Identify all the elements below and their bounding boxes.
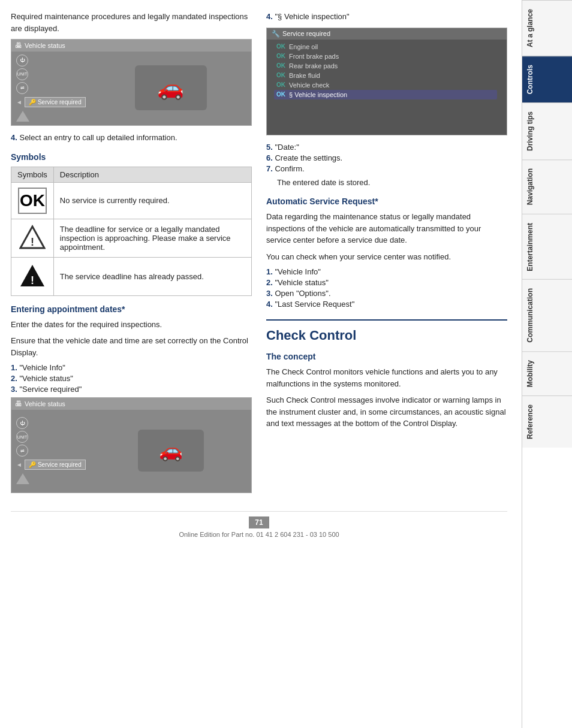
service-item-highlighted: OK § Vehicle inspection xyxy=(274,90,497,99)
step-num: 1. xyxy=(11,363,17,372)
service-icon: 🔧 xyxy=(272,30,280,38)
ok-symbol-cell: OK xyxy=(11,182,54,219)
step4-text-right: "§ Vehicle inspection" xyxy=(275,12,349,21)
step-text: Open "Options". xyxy=(275,289,330,298)
sidebar-tab-at-a-glance[interactable]: At a glance xyxy=(522,0,572,56)
symbols-title: Symbols xyxy=(11,152,252,162)
sidebar-tab-label: At a glance xyxy=(526,9,534,47)
step-text: "Service required" xyxy=(19,385,82,394)
table-row: OK No service is currently required. xyxy=(11,182,252,219)
service-item: OK Brake fluid xyxy=(276,71,497,80)
step-text: "Last Service Request" xyxy=(275,300,354,309)
auto-service-para1: Data regarding the maintenance status or… xyxy=(266,211,507,246)
step6-text: Create the settings. xyxy=(275,153,342,162)
list-item: 3. "Service required" xyxy=(11,385,252,394)
service-item-text: Engine oil xyxy=(289,43,318,50)
step7-text: Confirm. xyxy=(275,164,304,173)
vehicle-status-title-2: Vehicle status xyxy=(25,400,65,407)
table-row: ! The deadline for service or a legally … xyxy=(11,219,252,257)
warning-filled-cell: ! xyxy=(11,257,54,295)
sidebar-tabs: At a glance Controls Driving tips Naviga… xyxy=(522,0,572,728)
service-item-text: Rear brake pads xyxy=(289,62,338,70)
sidebar-tab-controls[interactable]: Controls xyxy=(522,56,572,102)
step-num: 2. xyxy=(11,374,17,383)
appointment-title: Entering appointment dates* xyxy=(11,304,252,314)
list-item: 6. Create the settings. xyxy=(266,153,507,162)
check-control-title: Check Control xyxy=(266,319,507,343)
unit-icon-2: UNIT xyxy=(17,435,27,439)
symbols-table: Symbols Description OK No service is cur… xyxy=(11,167,252,296)
service-items-list: OK Engine oil OK Front brake pads OK Rea… xyxy=(267,40,507,102)
table-row: ! The service deadline has already passe… xyxy=(11,257,252,295)
ok-label: OK xyxy=(276,81,285,88)
step4-num-right: 4. xyxy=(266,12,273,21)
sync-icon: ⇌ xyxy=(20,85,25,90)
step6-num: 6. xyxy=(266,153,273,162)
list-item: 5. "Date:" xyxy=(266,143,507,152)
service-item-text: Vehicle check xyxy=(289,81,329,89)
sidebar-tab-communication[interactable]: Communication xyxy=(522,279,572,351)
service-item: OK Engine oil xyxy=(276,42,497,52)
service-required-btn-label: Service required xyxy=(38,99,82,105)
service-item: OK Rear brake pads xyxy=(276,61,497,71)
step-num: 2. xyxy=(266,278,273,287)
service-required-image: 🔧 Service required OK Engine oil OK Fron… xyxy=(266,28,507,135)
vehicle-status-image-2: 🖶 Vehicle status ⏻ UNIT ⇌ xyxy=(11,397,252,493)
step4-number: 4. xyxy=(11,133,17,142)
warning-filled-description: The service deadline has already passed. xyxy=(53,257,251,295)
vehicle-status-title: Vehicle status xyxy=(25,42,65,49)
sidebar-tab-reference[interactable]: Reference xyxy=(522,395,572,448)
svg-text:!: ! xyxy=(31,274,34,286)
service-item-text: Front brake pads xyxy=(289,53,339,60)
warning-outline-description: The deadline for service or a legally ma… xyxy=(53,219,251,257)
page-footer: 71 Online Edition for Part no. 01 41 2 6… xyxy=(11,511,507,538)
sidebar-tab-label: Communication xyxy=(526,288,534,343)
step-text: "Vehicle status" xyxy=(19,374,73,383)
car-doc-icon-2: 🖶 xyxy=(15,400,22,408)
list-item: 1. "Vehicle Info" xyxy=(11,363,252,372)
sidebar-tab-driving-tips[interactable]: Driving tips xyxy=(522,102,572,159)
service-required-title: Service required xyxy=(282,30,330,37)
sidebar-tab-label: Navigation xyxy=(526,168,534,205)
step-num: 1. xyxy=(266,267,273,276)
service-required-btn-label-2: Service required xyxy=(38,461,82,468)
sidebar-tab-label: Mobility xyxy=(526,360,534,387)
left-column: Required maintenance procedures and lega… xyxy=(11,11,252,499)
ok-symbol-icon: OK xyxy=(18,188,47,214)
svg-text:!: ! xyxy=(31,236,34,248)
right-column: 4. "§ Vehicle inspection" 🔧 Service requ… xyxy=(266,11,507,499)
power-icon-2: ⏻ xyxy=(20,421,25,426)
sidebar-tab-mobility[interactable]: Mobility xyxy=(522,351,572,395)
sidebar-tab-label: Entertainment xyxy=(526,223,534,271)
sync-icon-2: ⇌ xyxy=(20,448,25,454)
list-item: 7. Confirm. xyxy=(266,164,507,173)
warning-filled-icon: ! xyxy=(18,262,47,289)
service-item-text: Brake fluid xyxy=(289,72,320,79)
intro-text: Required maintenance procedures and lega… xyxy=(11,11,252,34)
ok-description: No service is currently required. xyxy=(53,182,251,219)
power-icon: ⏻ xyxy=(20,58,25,63)
page-number: 71 xyxy=(249,516,269,528)
step-text: "Vehicle Info" xyxy=(19,363,65,372)
step5-num: 5. xyxy=(266,143,273,152)
key-icon: 🔑 xyxy=(29,99,36,105)
list-item: 1. "Vehicle Info" xyxy=(266,267,507,276)
sidebar-tab-entertainment[interactable]: Entertainment xyxy=(522,214,572,280)
steps-5-7: 5. "Date:" 6. Create the settings. 7. Co… xyxy=(266,143,507,173)
step-num: 4. xyxy=(266,300,273,309)
concept-title: The concept xyxy=(266,352,507,361)
appointment-para1: Enter the dates for the required inspect… xyxy=(11,319,252,331)
check-control-para1: The Check Control monitors vehicle funct… xyxy=(266,366,507,389)
sidebar-tab-navigation[interactable]: Navigation xyxy=(522,159,572,213)
warning-outline-icon: ! xyxy=(18,224,47,250)
page-number-area: 71 xyxy=(11,516,507,528)
sidebar-tab-label: Reference xyxy=(526,404,534,439)
auto-service-steps: 1. "Vehicle Info" 2. "Vehicle status" 3.… xyxy=(266,267,507,309)
service-item: OK Vehicle check xyxy=(276,80,497,90)
car-doc-icon: 🖶 xyxy=(15,41,22,50)
service-item: OK Front brake pads xyxy=(276,52,497,61)
ok-label: OK xyxy=(276,53,285,59)
step-num: 3. xyxy=(11,385,17,394)
list-item: 4. "Last Service Request" xyxy=(266,300,507,309)
list-item: 2. "Vehicle status" xyxy=(266,278,507,287)
